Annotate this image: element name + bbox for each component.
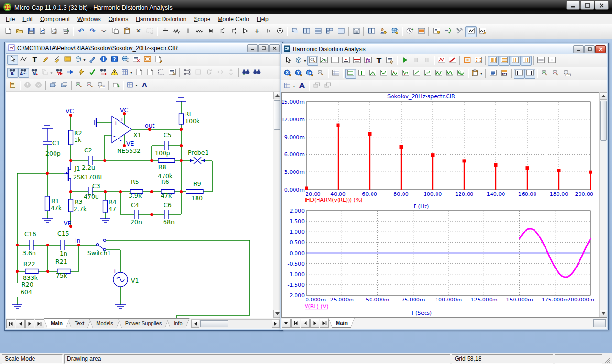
last-page-button[interactable] [320,319,329,328]
stepping-button[interactable] [442,26,454,37]
delete-button[interactable]: ✕ [132,26,144,37]
data-points-button[interactable] [436,56,447,66]
tab-power-supplies[interactable]: Power Supplies [118,318,169,328]
flip-component-button[interactable]: ▼ [294,56,307,66]
grid-select-button[interactable]: ▼ [120,68,134,78]
title-block-settings-button[interactable] [153,55,164,65]
cursor-right-button[interactable] [525,69,536,79]
plus-connector-button[interactable]: + [251,26,262,37]
analysis-restore-button[interactable] [584,45,595,53]
menu-item-help[interactable]: Help [253,15,273,24]
component-editor-button[interactable] [377,26,389,37]
info-mode-button[interactable] [87,55,98,65]
zoom-100-button[interactable]: 100 [561,69,572,79]
node-numbers-button[interactable]: N [29,68,40,78]
redo-button[interactable]: ↷ [87,26,98,37]
schematic-minimize-button[interactable] [247,44,258,52]
battery-button[interactable] [262,26,274,37]
plot-panes-3-button[interactable] [510,56,521,66]
align-cursors-button[interactable] [356,69,367,79]
font-button[interactable]: A [296,81,307,91]
component-help-button[interactable]: ? [109,55,120,65]
scroll-right-button[interactable] [272,320,280,328]
active-window-display-button[interactable] [415,26,427,37]
current-display-button[interactable] [65,68,76,78]
formula-text-button[interactable]: ƒx [362,56,373,66]
axes-grid-button[interactable] [546,56,557,66]
current-source-button[interactable] [274,26,285,37]
resistor-button[interactable] [171,26,182,37]
cursor-mode-button[interactable] [329,56,340,66]
pin-connections-button[interactable] [98,68,109,78]
waveform-calculator-button[interactable]: 123 [499,69,510,79]
paste-button[interactable] [121,26,132,37]
properties-button[interactable] [167,68,178,78]
global-low-button[interactable] [444,69,455,79]
tab-models[interactable]: Models [89,318,120,328]
plot-properties-button[interactable] [330,69,341,79]
maximize-button[interactable] [580,1,594,10]
tools-button[interactable] [454,26,465,37]
scroll-track[interactable] [199,320,272,328]
page-list-dropdown-button[interactable] [282,319,291,328]
cascade-windows-button[interactable] [289,26,301,37]
capacitor-button[interactable] [182,26,194,37]
previous-page-button[interactable] [16,319,25,328]
minimize-button[interactable] [566,1,580,10]
region-handles-button[interactable] [182,68,193,78]
cut-button[interactable]: ✂ [98,26,109,37]
scroll-thumb[interactable] [600,101,607,141]
text-mode-button[interactable]: T [29,55,40,65]
menu-item-scope[interactable]: Scope [190,15,214,24]
resize-grip[interactable] [604,357,610,364]
scroll-track[interactable] [600,100,607,310]
point-tag-button[interactable] [340,56,351,66]
properties-button[interactable] [384,56,395,66]
outline-tokens-button[interactable] [462,56,473,66]
menu-item-monte-carlo[interactable]: Monte Carlo [214,15,253,24]
revert-file-button[interactable] [37,26,48,37]
npn-transistor-button[interactable] [217,26,228,37]
inflection-button[interactable] [422,69,433,79]
open-file-button[interactable] [14,26,25,37]
split-vertical-button[interactable] [301,26,312,37]
clipboard-button[interactable]: ▼ [470,69,484,79]
animate-mode-button[interactable] [404,26,415,37]
power-display-button[interactable] [76,68,87,78]
waveform-editor-button[interactable] [477,26,488,37]
menu-item-file[interactable]: File [2,15,19,24]
font-button[interactable]: A [139,80,150,90]
ground-button[interactable] [159,26,171,37]
scale-mode-button[interactable] [318,56,329,66]
tab-text[interactable]: Text [67,318,91,328]
tab-info[interactable]: Info [166,318,189,328]
menu-item-component[interactable]: Component [36,15,74,24]
menu-item-windows[interactable]: Windows [74,15,105,24]
text-mode-button[interactable]: T [373,56,384,66]
design-notes-button[interactable] [7,80,18,90]
zoom-out-button[interactable] [85,80,96,90]
line-mode-button[interactable] [40,55,51,65]
diagonal-wire-mode-button[interactable] [51,55,62,65]
menu-item-harmonic-distortion[interactable]: Harmonic Distortion [132,15,190,24]
jfet-button[interactable] [228,26,240,37]
zoom-window-button[interactable] [307,56,318,66]
help-info-button[interactable]: i [98,55,109,65]
preferences-button[interactable] [431,26,442,37]
envelope-button[interactable] [455,69,466,79]
warnings-button[interactable] [109,68,120,78]
plot-panes-1-button[interactable] [488,56,499,66]
thick-lines-button[interactable] [447,56,458,66]
print-button[interactable] [60,26,71,37]
slope-button[interactable] [411,69,422,79]
horizontal-tag-button[interactable] [351,56,362,66]
node-voltages-button[interactable]: V [54,68,65,78]
analysis-minimize-button[interactable] [573,45,584,53]
peak-button[interactable] [367,69,378,79]
new-file-button[interactable] [2,26,14,37]
menu-item-options[interactable]: Options [105,15,132,24]
opamp-button[interactable] [240,26,251,37]
tile-windows-button[interactable] [324,26,335,37]
low-button[interactable] [400,69,411,79]
link-mode-button[interactable] [120,55,131,65]
